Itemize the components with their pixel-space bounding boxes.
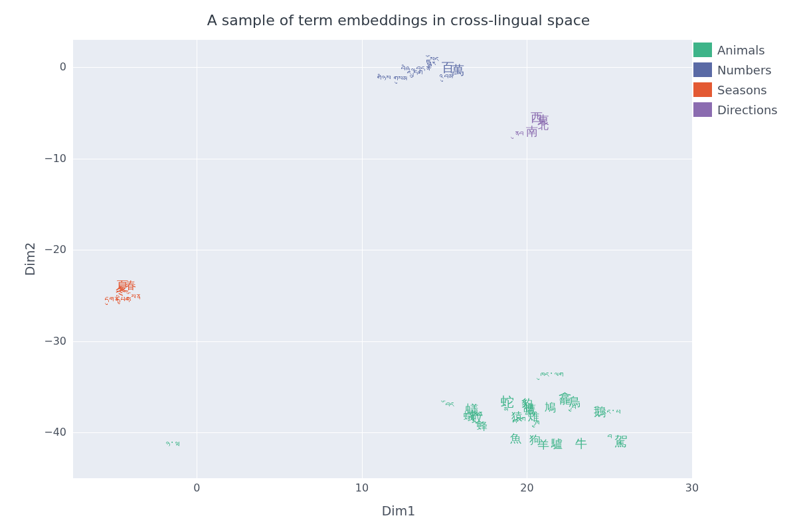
legend: AnimalsNumbersSeasonsDirections (693, 40, 797, 120)
data-point: 北 (538, 120, 549, 131)
data-point: བྱ (571, 404, 576, 412)
data-point: སྟག (516, 416, 525, 424)
data-point: གཉིས (377, 74, 391, 82)
gridline-horizontal (73, 67, 692, 68)
y-tick-label: 0 (40, 60, 66, 73)
plot-area: ཉ་ཝབོང蟻蟻蚊蜂སྲན蛇མ猿སྟག魚豹鴿鷹雉狗ཁྱི羊鳩ཁུང་ལག驢龕鳥བ… (73, 40, 692, 478)
data-point: སྟོང (430, 56, 439, 64)
legend-label: Seasons (717, 83, 767, 97)
data-point: དཔྱིད (116, 296, 130, 305)
data-point: 蜂 (477, 421, 487, 432)
data-point: ཁྱི (535, 419, 539, 428)
y-tick-label: −40 (40, 426, 66, 438)
data-point: ཉ་ཝ (165, 440, 179, 449)
data-point: 南 (526, 126, 538, 137)
legend-label: Animals (717, 43, 765, 57)
legend-item: Directions (693, 100, 797, 120)
data-point: ར (617, 440, 622, 449)
gridline-horizontal (73, 159, 692, 159)
x-tick-label: 10 (342, 482, 382, 494)
gridline-vertical (362, 40, 363, 478)
legend-label: Numbers (717, 63, 772, 77)
scatter-figure: A sample of term embeddings in cross-lin… (0, 0, 797, 532)
gridline-horizontal (73, 341, 692, 342)
data-point: ངང་པ (602, 408, 620, 417)
data-point: ནུབ (514, 130, 523, 138)
legend-label: Directions (717, 103, 778, 117)
x-axis-label: Dim1 (0, 503, 797, 518)
y-tick-label: −20 (40, 243, 66, 256)
gridline-vertical (692, 40, 693, 478)
legend-swatch (693, 102, 712, 117)
data-point: 春 (126, 280, 136, 291)
data-point: 牛 (575, 438, 587, 450)
data-point: ཁུང་ལག (540, 371, 563, 379)
data-point: འབུམ (439, 73, 453, 82)
data-point: 萬 (452, 64, 464, 76)
x-tick-label: 0 (177, 482, 217, 494)
data-point: མ (503, 405, 508, 414)
data-point: བཞི (400, 65, 410, 74)
data-point: 驢 (551, 438, 563, 449)
x-tick-label: 20 (507, 482, 547, 494)
gridline-vertical (197, 40, 197, 478)
data-point: བ (607, 433, 612, 442)
legend-swatch (693, 82, 712, 97)
legend-swatch (693, 62, 712, 77)
data-point: 魚 (510, 432, 521, 444)
legend-swatch (693, 43, 712, 57)
data-point: བོང (445, 401, 454, 410)
data-point: གསུམ (393, 75, 407, 84)
legend-item: Numbers (693, 60, 797, 80)
data-point: སྟོན (131, 293, 140, 302)
chart-title: A sample of term embeddings in cross-lin… (0, 12, 797, 29)
y-axis-label: Dim2 (23, 242, 37, 276)
gridline-horizontal (73, 250, 692, 250)
y-tick-label: −30 (40, 335, 66, 347)
legend-item: Seasons (693, 80, 797, 100)
x-tick-label: 30 (672, 482, 712, 494)
gridline-horizontal (73, 432, 692, 433)
data-point: 羊 (538, 439, 549, 450)
data-point: 鳩 (545, 401, 556, 412)
legend-item: Animals (693, 40, 797, 60)
y-tick-label: −10 (40, 152, 66, 165)
data-point: སྲན (473, 410, 482, 418)
